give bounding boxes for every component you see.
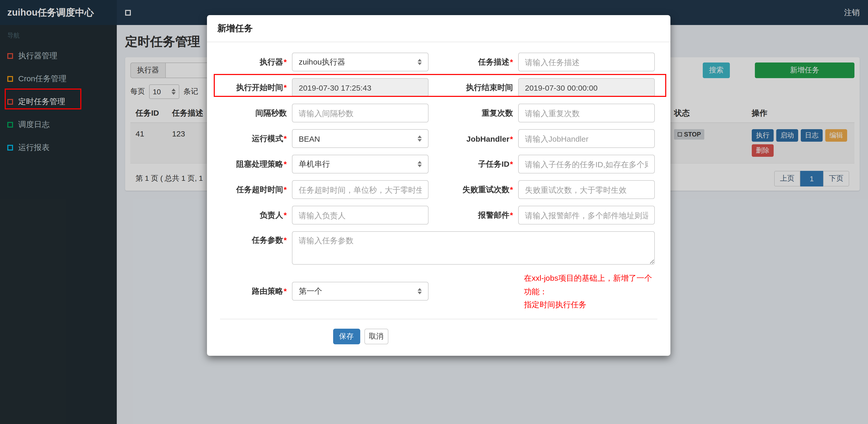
select-value: BEAN (299, 134, 320, 143)
repeat-count-input[interactable] (518, 104, 655, 122)
feature-note-line1: 在xxl-jobs项目的基础上，新增了一个功能： (524, 271, 657, 298)
required-asterisk: * (510, 57, 513, 66)
form-row-dates: 执行开始时间* 执行结束时间 (220, 78, 657, 97)
select-arrows-icon (417, 135, 422, 142)
job-desc-label: 任务描述* (429, 57, 518, 67)
owner-input[interactable] (292, 206, 429, 225)
required-asterisk: * (284, 235, 287, 244)
interval-input[interactable] (292, 104, 429, 122)
repeat-count-label: 重复次数 (429, 108, 518, 118)
end-time-input[interactable] (518, 78, 655, 97)
save-button[interactable]: 保存 (333, 328, 360, 344)
required-asterisk: * (510, 159, 513, 168)
select-arrows-icon (417, 288, 422, 295)
cancel-button[interactable]: 取消 (364, 328, 388, 344)
jobhandler-input[interactable] (518, 129, 655, 148)
select-arrows-icon (417, 59, 422, 65)
required-asterisk: * (510, 210, 513, 219)
block-strategy-label: 阻塞处理策略* (220, 159, 292, 169)
alarm-email-input[interactable] (518, 206, 655, 225)
modal-footer: 保存 取消 (220, 319, 657, 356)
required-asterisk: * (284, 57, 287, 66)
job-desc-input[interactable] (518, 53, 655, 71)
form-row: 阻塞处理策略* 单机串行 子任务ID* (220, 155, 657, 173)
required-asterisk: * (284, 287, 287, 295)
required-asterisk: * (284, 185, 287, 194)
executor-select[interactable]: zuihou执行器 (292, 53, 429, 71)
route-strategy-label: 路由策略* (220, 287, 292, 296)
select-arrows-icon (417, 161, 422, 167)
select-value: 单机串行 (299, 159, 330, 169)
interval-label: 间隔秒数 (220, 108, 292, 118)
form-row-params: 任务参数* (220, 231, 657, 265)
route-strategy-select[interactable]: 第一个 (292, 282, 429, 301)
form-row: 间隔秒数 重复次数 (220, 104, 657, 122)
required-asterisk: * (284, 83, 287, 91)
required-asterisk: * (284, 210, 287, 219)
required-asterisk: * (284, 134, 287, 142)
start-time-label: 执行开始时间* (220, 83, 292, 93)
modal-title: 新增任务 (207, 15, 671, 42)
run-mode-label: 运行模式* (220, 134, 292, 143)
feature-note-line2: 指定时间执行任务 (524, 298, 657, 311)
child-job-input[interactable] (518, 155, 655, 173)
retry-count-input[interactable] (518, 180, 655, 199)
required-asterisk: * (510, 134, 513, 143)
select-value: zuihou执行器 (299, 57, 345, 67)
owner-label: 负责人* (220, 210, 292, 220)
jobhandler-label: JobHandler* (429, 134, 518, 143)
end-time-label: 执行结束时间 (429, 83, 518, 93)
block-strategy-select[interactable]: 单机串行 (292, 155, 429, 173)
required-asterisk: * (284, 159, 287, 168)
feature-note: 在xxl-jobs项目的基础上，新增了一个功能： 指定时间执行任务 (524, 271, 657, 311)
form-row: 任务超时时间* 失败重试次数* (220, 180, 657, 199)
run-mode-select[interactable]: BEAN (292, 129, 429, 148)
form-row: 运行模式* BEAN JobHandler* (220, 129, 657, 148)
add-task-modal: 新增任务 执行器* zuihou执行器 任务描述* 执行开始时间* 执行结束时间 (207, 15, 671, 356)
alarm-email-label: 报警邮件* (429, 210, 518, 220)
modal-body: 执行器* zuihou执行器 任务描述* 执行开始时间* 执行结束时间 间隔秒数 (207, 42, 671, 311)
start-time-input[interactable] (292, 78, 429, 97)
select-value: 第一个 (299, 287, 322, 296)
required-asterisk: * (510, 185, 513, 194)
retry-count-label: 失败重试次数* (429, 185, 518, 195)
form-row-route: 路由策略* 第一个 在xxl-jobs项目的基础上，新增了一个功能： 指定时间执… (220, 271, 657, 311)
form-row: 执行器* zuihou执行器 任务描述* (220, 53, 657, 71)
timeout-input[interactable] (292, 180, 429, 199)
child-job-label: 子任务ID* (429, 159, 518, 169)
app-root: zuihou任务调度中心 注销 导航 执行器管理 Cron任务管理 定时任务管理… (0, 0, 868, 424)
executor-label: 执行器* (220, 57, 292, 67)
form-row: 负责人* 报警邮件* (220, 206, 657, 225)
job-params-textarea[interactable] (292, 231, 655, 265)
job-params-label: 任务参数* (220, 231, 292, 245)
timeout-label: 任务超时时间* (220, 185, 292, 195)
